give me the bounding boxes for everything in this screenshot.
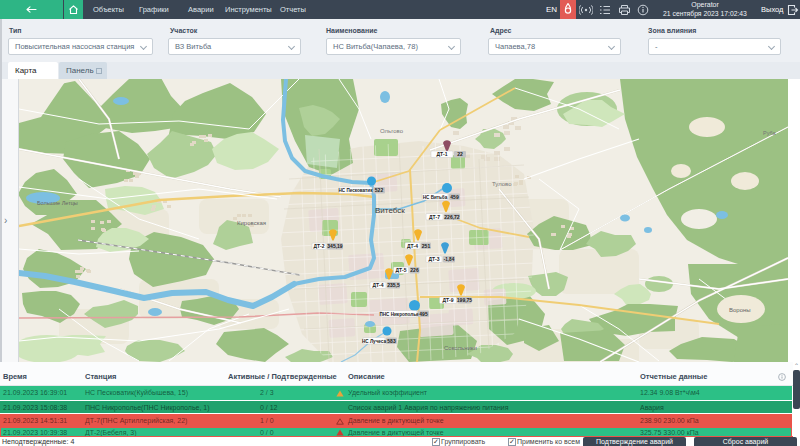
- svg-text:495: 495: [419, 311, 428, 317]
- svg-text:-1,84: -1,84: [444, 257, 455, 262]
- svg-text:199,75: 199,75: [457, 297, 473, 303]
- svg-text:235,5: 235,5: [387, 282, 400, 288]
- svg-text:ДТ-9: ДТ-9: [442, 297, 453, 303]
- svg-text:ДТ-2: ДТ-2: [313, 243, 324, 249]
- svg-text:583: 583: [387, 338, 396, 344]
- svg-text:ДТ-4: ДТ-4: [407, 243, 418, 249]
- svg-text:НС Витьба: НС Витьба: [423, 194, 448, 200]
- svg-text:Тулово: Тулово: [492, 181, 512, 187]
- svg-text:НС Лучеса: НС Лучеса: [362, 339, 386, 344]
- svg-text:Кировская: Кировская: [237, 220, 266, 226]
- svg-text:ПНС Никрополье: ПНС Никрополье: [379, 312, 418, 317]
- svg-text:ДТ-4: ДТ-4: [372, 282, 383, 288]
- svg-text:Руба: Руба: [763, 130, 777, 136]
- svg-text:345,19: 345,19: [327, 243, 343, 249]
- svg-text:ДТ-5: ДТ-5: [395, 267, 406, 273]
- svg-text:ДТ-3: ДТ-3: [428, 256, 439, 262]
- svg-text:ДТ-1: ДТ-1: [436, 151, 447, 157]
- svg-text:522: 522: [375, 187, 384, 193]
- svg-text:Вороны: Вороны: [729, 307, 751, 313]
- svg-text:ДТ-7: ДТ-7: [429, 214, 440, 220]
- svg-text:Большие Летцы: Большие Летцы: [37, 200, 78, 206]
- svg-text:226,72: 226,72: [444, 214, 460, 220]
- svg-text:Сокольники: Сокольники: [444, 345, 477, 351]
- svg-text:Ольгово: Ольгово: [380, 128, 404, 134]
- svg-text:251: 251: [422, 243, 431, 249]
- svg-text:22: 22: [457, 151, 463, 157]
- svg-text:459: 459: [450, 194, 459, 200]
- svg-text:НС Песковатик: НС Песковатик: [339, 188, 374, 193]
- svg-text:Витебск: Витебск: [375, 206, 405, 215]
- svg-text:226: 226: [410, 267, 419, 273]
